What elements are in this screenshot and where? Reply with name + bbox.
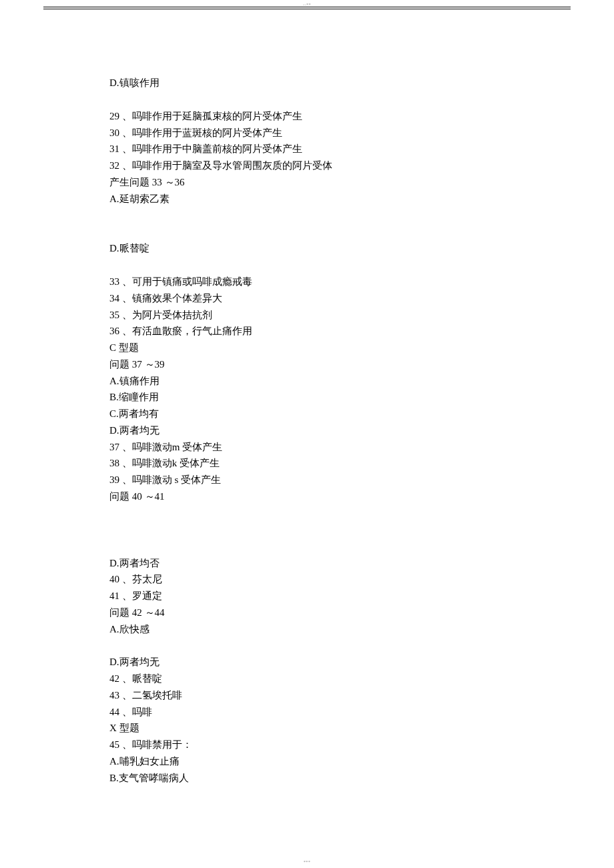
header-rule-thin [43,9,571,9]
header-rule-thick [43,7,571,7]
document-body: D.镇咳作用 29 、吗啡作用于延脑孤束核的阿片受体产生 30 、吗啡作用于蓝斑… [109,75,510,786]
question-45: 45 、吗啡禁用于： [109,737,510,753]
footer-marker: *** [304,860,311,864]
question-35: 35 、为阿片受体拮抗剂 [109,307,510,324]
option-d-line-2: D.哌替啶 [109,240,510,257]
question-32-line1: 32 、吗啡作用于脑室及导水管周围灰质的阿片受体 [109,157,510,174]
question-40: 40 、芬太尼 [109,571,510,588]
question-30: 30 、吗啡作用于蓝斑核的阿片受体产生 [109,125,510,141]
question-29: 29 、吗啡作用于延脑孤束核的阿片受体产生 [109,108,510,125]
option-d-line-3: D.两者均无 [109,422,510,439]
question-37: 37 、吗啡激动m 受体产生 [109,439,510,456]
question-36: 36 、有活血散瘀，行气止痛作用 [109,323,510,340]
question-43: 43 、二氢埃托啡 [109,687,510,704]
question-42: 42 、哌替啶 [109,671,510,687]
option-d-line: D.镇咳作用 [109,75,510,91]
question-31: 31 、吗啡作用于中脑盖前核的阿片受体产生 [109,141,510,157]
question-39: 39 、吗啡激动 s 受体产生 [109,472,510,488]
section-x-heading: X 型题 [109,720,510,737]
question-34: 34 、镇痛效果个体差异大 [109,290,510,307]
option-c-line: C.两者均有 [109,406,510,422]
option-a-line-4: A.欣快感 [109,621,510,638]
question-32-line2: 产生问题 33 ～36 [109,174,510,191]
option-a-line: A.延胡索乙素 [109,191,510,207]
option-a-line-5: A.哺乳妇女止痛 [109,753,510,770]
question-33: 33 、可用于镇痛或吗啡成瘾戒毒 [109,274,510,290]
option-d-line-4: D.两者均否 [109,555,510,572]
question-44: 44 、吗啡 [109,704,510,721]
question-38: 38 、吗啡激动k 受体产生 [109,455,510,472]
question-41: 41 、罗通定 [109,588,510,604]
question-range-40-41: 问题 40 ～41 [109,488,510,505]
question-range-37-39: 问题 37 ～39 [109,356,510,373]
section-c-heading: C 型题 [109,340,510,356]
question-range-42-44: 问题 42 ～44 [109,604,510,621]
option-b-line: B.缩瞳作用 [109,389,510,406]
document-page: --** D.镇咳作用 29 、吗啡作用于延脑孤束核的阿片受体产生 30 、吗啡… [0,0,614,868]
option-d-line-5: D.两者均无 [109,654,510,671]
option-a-line-3: A.镇痛作用 [109,373,510,390]
option-b-line-2: B.支气管哮喘病人 [109,770,510,787]
